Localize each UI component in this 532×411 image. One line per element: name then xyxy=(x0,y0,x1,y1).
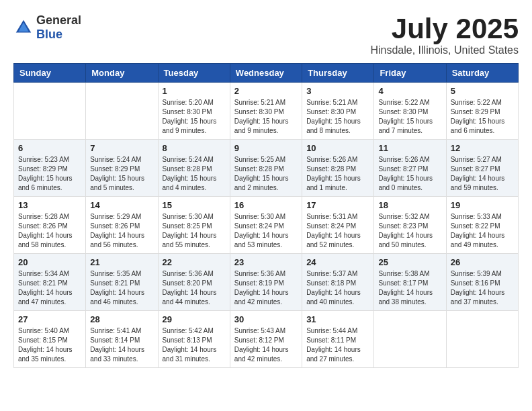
day-info: Sunrise: 5:22 AMSunset: 8:30 PMDaylight:… xyxy=(378,98,441,136)
day-number: 29 xyxy=(163,314,226,324)
day-header-saturday: Saturday xyxy=(446,64,518,83)
calendar-day-cell: 19Sunrise: 5:33 AMSunset: 8:22 PMDayligh… xyxy=(446,197,518,254)
calendar-day-cell: 13Sunrise: 5:28 AMSunset: 8:26 PMDayligh… xyxy=(14,197,86,254)
day-info: Sunrise: 5:43 AMSunset: 8:12 PMDaylight:… xyxy=(234,326,298,364)
day-info: Sunrise: 5:34 AMSunset: 8:21 PMDaylight:… xyxy=(18,269,81,307)
day-info: Sunrise: 5:44 AMSunset: 8:11 PMDaylight:… xyxy=(306,326,369,364)
day-info: Sunrise: 5:32 AMSunset: 8:23 PMDaylight:… xyxy=(378,212,441,250)
calendar-day-cell: 3Sunrise: 5:21 AMSunset: 8:30 PMDaylight… xyxy=(302,83,374,140)
day-number: 31 xyxy=(306,314,369,324)
day-number: 3 xyxy=(306,86,369,96)
logo-text-general: General xyxy=(36,13,81,27)
day-number: 18 xyxy=(378,200,441,210)
calendar-day-cell: 28Sunrise: 5:41 AMSunset: 8:14 PMDayligh… xyxy=(86,311,158,368)
day-number: 23 xyxy=(234,257,298,267)
day-info: Sunrise: 5:22 AMSunset: 8:29 PMDaylight:… xyxy=(451,98,514,136)
day-info: Sunrise: 5:21 AMSunset: 8:30 PMDaylight:… xyxy=(234,98,298,136)
day-number: 5 xyxy=(451,86,514,96)
day-header-sunday: Sunday xyxy=(14,64,86,83)
calendar-day-cell: 5Sunrise: 5:22 AMSunset: 8:29 PMDaylight… xyxy=(446,83,518,140)
day-info: Sunrise: 5:25 AMSunset: 8:28 PMDaylight:… xyxy=(234,155,298,193)
day-info: Sunrise: 5:36 AMSunset: 8:19 PMDaylight:… xyxy=(234,269,298,307)
day-info: Sunrise: 5:24 AMSunset: 8:29 PMDaylight:… xyxy=(90,155,153,193)
day-number: 8 xyxy=(163,143,226,153)
day-number: 19 xyxy=(451,200,514,210)
day-info: Sunrise: 5:38 AMSunset: 8:17 PMDaylight:… xyxy=(378,269,441,307)
calendar-day-cell: 31Sunrise: 5:44 AMSunset: 8:11 PMDayligh… xyxy=(302,311,374,368)
day-info: Sunrise: 5:33 AMSunset: 8:22 PMDaylight:… xyxy=(451,212,514,250)
calendar-day-cell: 8Sunrise: 5:24 AMSunset: 8:28 PMDaylight… xyxy=(158,140,230,197)
day-header-tuesday: Tuesday xyxy=(158,64,230,83)
day-number: 22 xyxy=(163,257,226,267)
day-info: Sunrise: 5:35 AMSunset: 8:21 PMDaylight:… xyxy=(90,269,153,307)
calendar-day-cell: 24Sunrise: 5:37 AMSunset: 8:18 PMDayligh… xyxy=(302,254,374,311)
calendar-day-cell: 29Sunrise: 5:42 AMSunset: 8:13 PMDayligh… xyxy=(158,311,230,368)
day-number: 6 xyxy=(18,143,81,153)
day-number: 4 xyxy=(378,86,441,96)
page-header: General Blue July 2025 Hinsdale, Illinoi… xyxy=(13,13,519,56)
day-number: 25 xyxy=(378,257,441,267)
calendar-table: SundayMondayTuesdayWednesdayThursdayFrid… xyxy=(13,63,519,368)
calendar-day-cell: 21Sunrise: 5:35 AMSunset: 8:21 PMDayligh… xyxy=(86,254,158,311)
day-info: Sunrise: 5:29 AMSunset: 8:26 PMDaylight:… xyxy=(90,212,153,250)
calendar-day-cell: 9Sunrise: 5:25 AMSunset: 8:28 PMDaylight… xyxy=(230,140,302,197)
day-number: 30 xyxy=(234,314,298,324)
logo-text-blue: Blue xyxy=(36,28,62,41)
day-number: 14 xyxy=(90,200,153,210)
calendar-day-cell: 4Sunrise: 5:22 AMSunset: 8:30 PMDaylight… xyxy=(374,83,446,140)
calendar-day-cell: 30Sunrise: 5:43 AMSunset: 8:12 PMDayligh… xyxy=(230,311,302,368)
calendar-day-cell: 15Sunrise: 5:30 AMSunset: 8:25 PMDayligh… xyxy=(158,197,230,254)
day-number: 1 xyxy=(163,86,226,96)
calendar-day-cell: 18Sunrise: 5:32 AMSunset: 8:23 PMDayligh… xyxy=(374,197,446,254)
day-number: 17 xyxy=(306,200,369,210)
calendar-week-row: 6Sunrise: 5:23 AMSunset: 8:29 PMDaylight… xyxy=(14,140,519,197)
calendar-day-cell: 11Sunrise: 5:26 AMSunset: 8:27 PMDayligh… xyxy=(374,140,446,197)
calendar-day-cell xyxy=(86,83,158,140)
calendar-week-row: 20Sunrise: 5:34 AMSunset: 8:21 PMDayligh… xyxy=(14,254,519,311)
day-info: Sunrise: 5:20 AMSunset: 8:30 PMDaylight:… xyxy=(163,98,226,136)
day-header-thursday: Thursday xyxy=(302,64,374,83)
day-number: 20 xyxy=(18,257,81,267)
day-number: 2 xyxy=(234,86,298,96)
day-info: Sunrise: 5:40 AMSunset: 8:15 PMDaylight:… xyxy=(18,326,81,364)
day-number: 11 xyxy=(378,143,441,153)
calendar-week-row: 13Sunrise: 5:28 AMSunset: 8:26 PMDayligh… xyxy=(14,197,519,254)
day-number: 24 xyxy=(306,257,369,267)
calendar-day-cell: 25Sunrise: 5:38 AMSunset: 8:17 PMDayligh… xyxy=(374,254,446,311)
day-number: 16 xyxy=(234,200,298,210)
day-info: Sunrise: 5:28 AMSunset: 8:26 PMDaylight:… xyxy=(18,212,81,250)
day-header-wednesday: Wednesday xyxy=(230,64,302,83)
location-title: Hinsdale, Illinois, United States xyxy=(370,44,519,56)
calendar-day-cell: 17Sunrise: 5:31 AMSunset: 8:24 PMDayligh… xyxy=(302,197,374,254)
calendar-week-row: 1Sunrise: 5:20 AMSunset: 8:30 PMDaylight… xyxy=(14,83,519,140)
day-info: Sunrise: 5:23 AMSunset: 8:29 PMDaylight:… xyxy=(18,155,81,193)
day-info: Sunrise: 5:41 AMSunset: 8:14 PMDaylight:… xyxy=(90,326,153,364)
calendar-day-cell: 7Sunrise: 5:24 AMSunset: 8:29 PMDaylight… xyxy=(86,140,158,197)
day-header-monday: Monday xyxy=(86,64,158,83)
calendar-day-cell xyxy=(14,83,86,140)
calendar-header-row: SundayMondayTuesdayWednesdayThursdayFrid… xyxy=(14,64,519,83)
day-header-friday: Friday xyxy=(374,64,446,83)
calendar-day-cell: 16Sunrise: 5:30 AMSunset: 8:24 PMDayligh… xyxy=(230,197,302,254)
day-number: 9 xyxy=(234,143,298,153)
logo-icon xyxy=(13,17,34,38)
title-block: July 2025 Hinsdale, Illinois, United Sta… xyxy=(370,13,519,56)
calendar-day-cell: 1Sunrise: 5:20 AMSunset: 8:30 PMDaylight… xyxy=(158,83,230,140)
day-info: Sunrise: 5:31 AMSunset: 8:24 PMDaylight:… xyxy=(306,212,369,250)
calendar-day-cell: 2Sunrise: 5:21 AMSunset: 8:30 PMDaylight… xyxy=(230,83,302,140)
day-info: Sunrise: 5:36 AMSunset: 8:20 PMDaylight:… xyxy=(163,269,226,307)
calendar-day-cell: 22Sunrise: 5:36 AMSunset: 8:20 PMDayligh… xyxy=(158,254,230,311)
day-info: Sunrise: 5:39 AMSunset: 8:16 PMDaylight:… xyxy=(451,269,514,307)
day-number: 7 xyxy=(90,143,153,153)
calendar-day-cell: 10Sunrise: 5:26 AMSunset: 8:28 PMDayligh… xyxy=(302,140,374,197)
calendar-day-cell: 26Sunrise: 5:39 AMSunset: 8:16 PMDayligh… xyxy=(446,254,518,311)
logo: General Blue xyxy=(13,13,81,42)
calendar-day-cell: 14Sunrise: 5:29 AMSunset: 8:26 PMDayligh… xyxy=(86,197,158,254)
day-info: Sunrise: 5:24 AMSunset: 8:28 PMDaylight:… xyxy=(163,155,226,193)
day-number: 12 xyxy=(451,143,514,153)
calendar-day-cell: 23Sunrise: 5:36 AMSunset: 8:19 PMDayligh… xyxy=(230,254,302,311)
month-title: July 2025 xyxy=(370,13,519,44)
day-number: 13 xyxy=(18,200,81,210)
calendar-day-cell: 20Sunrise: 5:34 AMSunset: 8:21 PMDayligh… xyxy=(14,254,86,311)
day-number: 21 xyxy=(90,257,153,267)
